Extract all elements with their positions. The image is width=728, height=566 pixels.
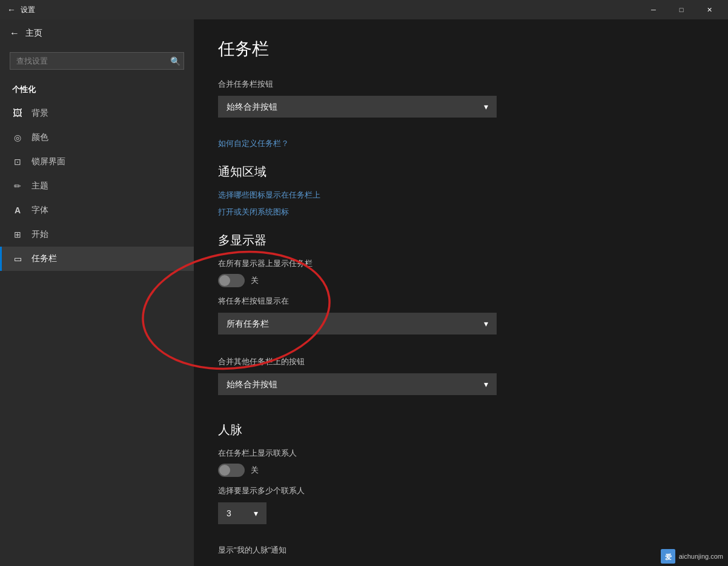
watermark-text: aichunjing.com	[679, 553, 723, 560]
taskbar-buttons-dropdown-wrapper: 所有任务栏 主任务栏 打开窗口所在的任务栏	[218, 313, 497, 335]
combine-other-section: 合并其他任务栏上的按钮 始终合并按钮 任务栏已满时 从不	[218, 356, 704, 407]
watermark-icon: 爱	[661, 549, 675, 564]
sidebar-section-title: 个性化	[0, 79, 194, 101]
watermark: 爱 aichunjing.com	[656, 547, 728, 566]
combine-other-dropdown-wrapper: 始终合并按钮 任务栏已满时 从不	[218, 373, 497, 395]
titlebar-controls: ─ □ ✕	[640, 0, 723, 19]
combine-other-label: 合并其他任务栏上的按钮	[218, 356, 704, 367]
combine-taskbar-section: 合并任务栏按钮 始终合并按钮 任务栏已满时 从不	[218, 79, 704, 130]
contacts-count-label: 选择要显示多少个联系人	[218, 485, 704, 496]
contacts-count-section: 选择要显示多少个联系人 3 4 5 6 7	[218, 485, 704, 536]
multi-toggle-text: 关	[251, 275, 259, 286]
svg-text:爱: 爱	[664, 553, 671, 561]
titlebar: ← 设置 ─ □ ✕	[0, 0, 728, 19]
sidebar-item-label: 字体	[31, 205, 48, 216]
renmai-show-label: 在任务栏上显示联系人	[218, 448, 704, 459]
main-content: 任务栏 合并任务栏按钮 始终合并按钮 任务栏已满时 从不 如何自定义任务栏？ 通…	[194, 19, 728, 566]
color-icon: ◎	[12, 132, 23, 143]
sidebar-item-label: 锁屏界面	[31, 156, 65, 167]
titlebar-title: 设置	[21, 5, 35, 15]
renmai-notify-label: 显示"我的人脉"通知	[218, 545, 704, 556]
titlebar-back-icon[interactable]: ←	[7, 5, 16, 15]
multi-display-toggle[interactable]	[218, 274, 245, 287]
app-container: ← 主页 🔍 个性化 🖼 背景 ◎ 颜色 ⊡ 锁屏界面 ✏ 主题 A 字体	[0, 19, 728, 566]
sidebar-item-label: 背景	[31, 108, 48, 119]
taskbar-buttons-label: 将任务栏按钮显示在	[218, 296, 704, 307]
search-input[interactable]	[10, 52, 184, 70]
taskbar-buttons-dropdown[interactable]: 所有任务栏 主任务栏 打开窗口所在的任务栏	[218, 313, 497, 335]
page-title: 任务栏	[218, 38, 704, 61]
combine-dropdown[interactable]: 始终合并按钮 任务栏已满时 从不	[218, 96, 497, 118]
renmai-toggle[interactable]	[218, 464, 245, 477]
start-icon: ⊞	[12, 229, 23, 240]
taskbar-icon: ▭	[12, 253, 23, 264]
sidebar-item-background[interactable]: 🖼 背景	[0, 101, 194, 125]
renmai-toggle-row: 关	[218, 464, 704, 477]
renmai-section-heading: 人脉	[218, 422, 704, 438]
search-icon[interactable]: 🔍	[170, 56, 180, 66]
minimize-button[interactable]: ─	[640, 0, 667, 19]
close-button[interactable]: ✕	[695, 0, 723, 19]
background-icon: 🖼	[12, 108, 23, 119]
sidebar-item-label: 任务栏	[31, 253, 57, 264]
maximize-button[interactable]: □	[667, 0, 695, 19]
combine-label: 合并任务栏按钮	[218, 79, 704, 90]
sidebar-item-fonts[interactable]: A 字体	[0, 198, 194, 222]
sidebar-item-themes[interactable]: ✏ 主题	[0, 174, 194, 198]
contacts-count-dropdown[interactable]: 3 4 5 6 7	[218, 502, 266, 524]
multi-toggle-row: 关	[218, 274, 704, 287]
renmai-toggle-text: 关	[251, 465, 259, 476]
sidebar-item-lockscreen[interactable]: ⊡ 锁屏界面	[0, 150, 194, 174]
renmai-show-setting: 在任务栏上显示联系人 关	[218, 448, 704, 477]
sidebar-item-label: 主题	[31, 181, 48, 191]
sidebar-back-button[interactable]: ← 主页	[0, 19, 194, 47]
sidebar-item-taskbar[interactable]: ▭ 任务栏	[0, 247, 194, 271]
sidebar-item-start[interactable]: ⊞ 开始	[0, 222, 194, 247]
customize-taskbar-link[interactable]: 如何自定义任务栏？	[218, 138, 704, 149]
multi-show-setting: 在所有显示器上显示任务栏 关	[218, 258, 704, 287]
sidebar-item-label: 颜色	[31, 132, 48, 143]
notify-system-link[interactable]: 打开或关闭系统图标	[218, 207, 704, 218]
sidebar: ← 主页 🔍 个性化 🖼 背景 ◎ 颜色 ⊡ 锁屏界面 ✏ 主题 A 字体	[0, 19, 194, 566]
fonts-icon: A	[12, 205, 23, 216]
notify-section-heading: 通知区域	[218, 164, 704, 180]
combine-other-dropdown[interactable]: 始终合并按钮 任务栏已满时 从不	[218, 373, 497, 395]
contacts-count-dropdown-wrapper: 3 4 5 6 7	[218, 502, 266, 524]
sidebar-item-color[interactable]: ◎ 颜色	[0, 125, 194, 150]
lockscreen-icon: ⊡	[12, 156, 23, 167]
sidebar-item-label: 开始	[31, 229, 48, 240]
combine-dropdown-wrapper: 始终合并按钮 任务栏已满时 从不	[218, 96, 497, 118]
search-container: 🔍	[10, 52, 184, 70]
back-arrow-icon: ←	[10, 28, 19, 39]
themes-icon: ✏	[12, 181, 23, 191]
taskbar-buttons-section: 将任务栏按钮显示在 所有任务栏 主任务栏 打开窗口所在的任务栏	[218, 296, 704, 347]
back-label: 主页	[25, 28, 42, 39]
multi-section-heading: 多显示器	[218, 232, 704, 248]
notify-icons-link[interactable]: 选择哪些图标显示在任务栏上	[218, 190, 704, 201]
multi-show-label: 在所有显示器上显示任务栏	[218, 258, 704, 269]
titlebar-left: ← 设置	[7, 5, 35, 15]
